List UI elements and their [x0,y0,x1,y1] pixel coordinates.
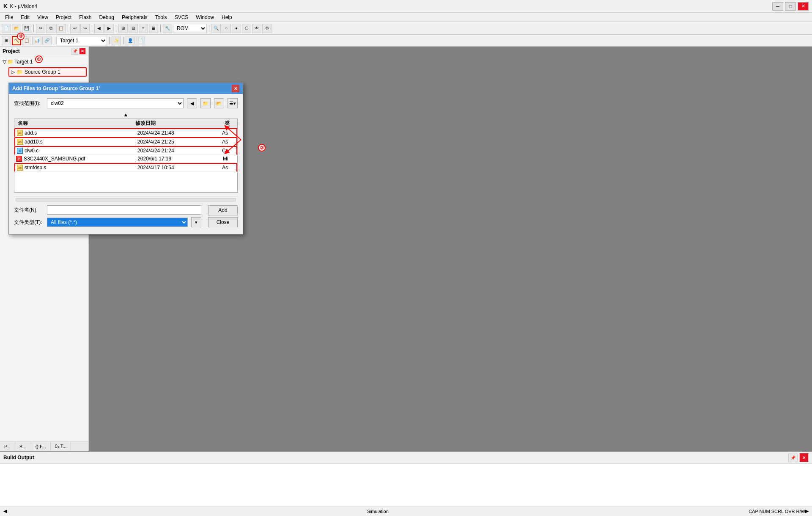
menu-window[interactable]: Window [192,14,217,21]
btn4[interactable]: ≣ [149,24,158,33]
file-row-pdf[interactable]: P S3C2440X_SAMSUNG.pdf 2020/6/1 17:19 Mi [14,155,237,163]
t2-btn4[interactable]: 📊 [32,36,41,45]
dialog-close-btn[interactable]: ✕ [232,85,239,92]
file-row-add10-s[interactable]: As add10.s 2024/4/24 21:25 As [14,137,237,146]
menu-file[interactable]: File [2,14,16,21]
nav-forward-btn[interactable]: ▶ [104,24,114,33]
location-row: 查找范围(I): clw02 ◀ 📁 📂 ☰▾ [14,98,238,108]
filetype-dropdown-btn[interactable]: ▾ [191,217,201,227]
rom-dropdown[interactable]: ROM [173,24,207,33]
project-panel-title: Project [3,48,20,54]
t2-btn5[interactable]: 🔗 [42,36,52,45]
status-bar: ◀ Simulation CAP NUM SCRL OVR R/W ▶ [0,506,812,516]
close-btn[interactable]: ✕ [798,2,809,11]
t2-btn1[interactable]: ⊞ [2,36,11,45]
tab-project[interactable]: P... [0,442,15,451]
open-btn[interactable]: 📂 [12,24,21,33]
t2-user-btn[interactable]: 👤 [126,36,135,45]
redo-btn[interactable]: ↪ [80,24,90,33]
h-scrollbar[interactable] [14,196,238,203]
search-btn[interactable]: 🔍 [211,24,221,33]
file-row-clw0-c[interactable]: C clw0.c 2024/4/24 21:24 C : [14,146,237,155]
filetype-4: Mi [223,156,236,162]
save-btn[interactable]: 💾 [22,24,31,33]
t2-copy2-btn[interactable]: 📄 [136,36,145,45]
filetype-5: As [222,165,235,171]
asm-icon-2: As [17,139,23,145]
new-btn[interactable]: 📄 [2,24,11,33]
t2-wand-btn[interactable]: ✨ [112,36,121,45]
menu-debug[interactable]: Debug [96,14,118,21]
circle-btn[interactable]: ○ [222,24,231,33]
menu-peripherals[interactable]: Peripherals [118,14,151,21]
file-row-stmfdsp[interactable]: As stmfdsp.s 2024/4/17 10:54 As [14,163,237,172]
nav-back-btn[interactable]: ◀ [94,24,104,33]
settings-btn[interactable]: ⚙ [262,24,272,33]
rom-icon[interactable]: 🔧 [163,24,172,33]
file-row-add-s[interactable]: As add.s 2024/4/24 21:48 As [14,128,237,137]
toolbar1: 📄 📂 💾 ✂ ⧉ 📋 ↩ ↪ ◀ ▶ ⊞ ⊟ ≡ ≣ 🔧 ROM 🔍 ○ ● … [0,22,812,35]
btn3[interactable]: ≡ [139,24,148,33]
menu-bar: File Edit View Project Flash Debug Perip… [0,13,812,22]
filedate-4: 2020/6/1 17:19 [137,156,223,162]
menu-tools[interactable]: Tools [152,14,170,21]
copy-btn[interactable]: ⧉ [46,24,55,33]
menu-edit[interactable]: Edit [17,14,33,21]
view-btn[interactable]: 👁 [252,24,261,33]
new-folder-btn[interactable]: 📁 [200,98,211,108]
target1-row[interactable]: ▽ 📁 Target 1 ① [2,58,33,66]
scroll-right-btn[interactable]: ▶ [805,508,809,514]
location-label: 查找范围(I): [14,100,44,107]
btn1[interactable]: ⊞ [118,24,128,33]
undo-btn[interactable]: ↩ [70,24,80,33]
tab-functions[interactable]: {} F... [31,442,51,451]
menu-project[interactable]: Project [52,14,75,21]
filename-input[interactable] [47,205,201,215]
panel-pin-btn[interactable]: 📌 [71,48,78,55]
scroll-left-btn[interactable]: ◀ [3,508,7,514]
filename-row: 文件名(N): [14,205,201,215]
build-output-close[interactable]: ✕ [799,453,809,462]
tab-templates[interactable]: 0₄ T... [51,442,71,451]
build-output-content [0,464,812,508]
sg-folder-icon: 📁 [16,69,23,75]
build-output-pin[interactable]: 📌 [788,453,798,462]
sg-expand-icon: ▷ [11,69,15,75]
add-button[interactable]: Add [208,205,238,215]
simulation-label: Simulation [7,509,749,514]
title-bar-controls: ─ □ ✕ [772,2,809,11]
annotation3-area: 🔨 ③ [12,36,21,45]
source-group1-row[interactable]: ▷ 📁 Source Group 1 [8,67,87,77]
menu-view[interactable]: View [34,14,52,21]
location-dropdown[interactable]: clw02 [47,98,184,108]
dialog-title: Add Files to Group 'Source Group 1' [12,86,100,91]
asm-icon-3: As [17,165,23,171]
paste-btn[interactable]: 📋 [56,24,66,33]
create-folder-btn[interactable]: 📂 [214,98,224,108]
view-toggle-btn[interactable]: ☰▾ [228,98,238,108]
build-output-btns: 📌 ✕ [788,453,809,462]
sep3 [92,25,92,32]
stop-btn[interactable]: ● [232,24,241,33]
hex-btn[interactable]: ⬡ [242,24,251,33]
btn2[interactable]: ⊟ [129,24,138,33]
minimize-btn[interactable]: ─ [772,2,783,11]
t2-sep3 [123,37,123,44]
maximize-btn[interactable]: □ [785,2,796,11]
menu-svcs[interactable]: SVCS [171,14,192,21]
panel-close-btn[interactable]: ✕ [79,48,86,55]
target-dropdown[interactable]: Target 1 [56,36,107,45]
close-button[interactable]: Close [208,217,238,227]
build-output-header: Build Output 📌 ✕ [0,452,812,464]
dialog-body: 查找范围(I): clw02 ◀ 📁 📂 ☰▾ ▲ 名称 [9,94,243,234]
menu-help[interactable]: Help [218,14,236,21]
tab-books[interactable]: B... [15,442,31,451]
cut-btn[interactable]: ✂ [36,24,45,33]
sort-toggle[interactable]: ▲ [14,112,238,118]
filetype-select[interactable]: All files (*.*) [47,218,188,227]
app-icon: K [3,3,7,9]
nav-back-dialog-btn[interactable]: ◀ [187,98,197,108]
menu-flash[interactable]: Flash [76,14,95,21]
file-list: 名称 修改日期 类 As add.s 2024/4/24 21:48 As [14,119,238,193]
filedate-1: 2024/4/24 21:48 [137,130,222,136]
